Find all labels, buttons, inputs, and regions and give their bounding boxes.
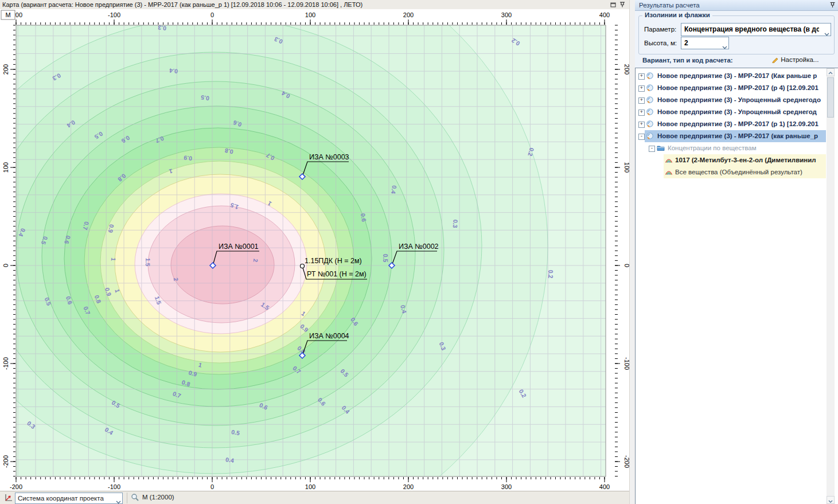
variant-icon: [646, 108, 654, 116]
contour-label: 0.6: [360, 213, 368, 222]
tree-item[interactable]: +Новое предприятие (3) - МРР-2017 (Как р…: [636, 70, 826, 82]
tree-item[interactable]: +Новое предприятие (3) - МРР-2017 (р 1) …: [636, 118, 826, 130]
pin-icon: [829, 1, 836, 9]
tree-item-label: Новое предприятие (3) - Упрощенный средн…: [657, 94, 826, 106]
pin-panel-button[interactable]: [829, 1, 836, 9]
results-panel-title: Результаты расчета: [639, 0, 700, 10]
x-axis-tick-label: 300: [501, 483, 512, 490]
variant-icon: [646, 84, 654, 92]
source-flag-label: ИЗА №0004: [309, 332, 349, 340]
results-panel-header[interactable]: Результаты расчета: [635, 0, 838, 11]
map-statusbar: Система координат проекта М (1:2000): [0, 491, 629, 504]
chevron-down-icon: [722, 41, 727, 45]
scroll-down-button[interactable]: [827, 496, 835, 504]
magnifier-icon[interactable]: [131, 493, 139, 502]
x-axis-tick-label: 400: [599, 483, 610, 490]
tree-item[interactable]: Все вещества (Объединённый результат): [636, 166, 826, 178]
receptor-marker-icon: [301, 264, 305, 268]
expand-icon[interactable]: +: [638, 97, 645, 104]
tree-item[interactable]: 1017 (2-Метилбут-3-ен-2-ол (Диметилвинил: [636, 154, 826, 166]
tree-scrollbar[interactable]: [827, 68, 835, 504]
tree-item[interactable]: -Концентрации по веществам: [636, 142, 826, 154]
variant-icon: [646, 132, 654, 140]
contour-label: 0.4: [390, 185, 398, 194]
coordinate-system-value: Система координат проекта: [18, 493, 110, 503]
pin-window-button[interactable]: [618, 1, 626, 9]
y-axis-tick-label: 100: [623, 162, 629, 173]
expand-icon[interactable]: +: [638, 110, 645, 116]
statusbar-divider: [127, 493, 127, 503]
variant-icon: [646, 96, 654, 104]
contour-label: 0.2: [547, 270, 554, 279]
y-axis-tick-label: 100: [2, 162, 9, 173]
settings-button-label: Настройка...: [781, 56, 818, 63]
tree-item[interactable]: +Новое предприятие (3) - Упрощенный сред…: [636, 94, 826, 106]
x-axis-tick-label: 200: [403, 483, 414, 490]
contour-label: 1: [110, 257, 117, 261]
tree-item-label: Все вещества (Объединённый результат): [675, 166, 826, 178]
receptor-value-label: 1.15ПДК (Н = 2м): [305, 257, 362, 265]
collapse-icon[interactable]: -: [649, 146, 655, 152]
app: Карта (вариант расчета: Новое предприяти…: [0, 0, 838, 504]
expand-icon[interactable]: +: [638, 85, 645, 92]
x-axis-tick-label: 300: [501, 11, 512, 18]
scrollbar-thumb[interactable]: [827, 77, 834, 118]
pencil-icon: [771, 56, 779, 63]
tree-item-label: Концентрации по веществам: [668, 142, 826, 154]
contour-label: 0.9: [107, 224, 115, 233]
map-window: Карта (вариант расчета: Новое предприяти…: [0, 0, 629, 504]
y-axis-tick-label: 0: [2, 264, 9, 267]
y-axis-tick-label: -100: [623, 357, 629, 370]
y-axis-tick-label: -200: [623, 455, 629, 468]
tree-item[interactable]: -Новое предприятие (3) - МРР-2017 (как р…: [636, 130, 826, 142]
parameter-label: Параметр:: [644, 26, 676, 33]
map-window-title: Карта (вариант расчета: Новое предприяти…: [2, 0, 363, 9]
expand-icon[interactable]: +: [638, 73, 645, 80]
source-flag-label: ИЗА №0003: [309, 153, 349, 161]
concentration-band-2: [171, 226, 274, 304]
height-value: 2: [684, 37, 688, 49]
variant-icon: [646, 72, 654, 80]
contour-label: 0.5: [231, 428, 240, 436]
chevron-down-icon: [824, 28, 829, 32]
tree-item[interactable]: +Новое предприятие (3) - МРР-2017 (р 4) …: [636, 82, 826, 94]
map-window-titlebar[interactable]: Карта (вариант расчета: Новое предприяти…: [0, 0, 629, 10]
map-area: 0.30.30.30.20.40.40.40.50.50.60.60.70.70…: [0, 9, 629, 491]
scroll-up-button[interactable]: [827, 68, 835, 76]
restore-window-button[interactable]: [609, 1, 617, 9]
contour-label: 0.4: [169, 67, 178, 75]
source-flag-label: ИЗА №0002: [399, 243, 439, 251]
settings-button[interactable]: Настройка...: [771, 56, 818, 65]
parameter-select[interactable]: Концентрация вредного вещества (в дол: [681, 23, 831, 36]
contour-label: 0.5: [382, 254, 389, 263]
height-select[interactable]: 2: [681, 37, 729, 49]
x-axis-tick-label: -100: [108, 11, 120, 18]
restore-icon: [609, 1, 617, 9]
tree-item-label: Новое предприятие (3) - Упрощенный средн…: [657, 106, 826, 118]
x-axis-tick-label: -100: [108, 483, 120, 490]
map-scale-label: М (1:2000): [142, 494, 174, 501]
chevron-down-icon: [116, 497, 121, 500]
isolines-icon: [665, 168, 673, 176]
expand-icon[interactable]: +: [638, 122, 645, 128]
tree-item-label: Новое предприятие (3) - МРР-2017 (как ра…: [657, 130, 826, 142]
results-tree: +Новое предприятие (3) - МРР-2017 (Как р…: [635, 68, 838, 504]
ruler-units-button[interactable]: М: [1, 10, 15, 19]
pin-icon: [618, 1, 626, 9]
height-label: Высота, м:: [644, 40, 677, 46]
variant-icon: [646, 120, 654, 128]
x-axis-tick-label: 0: [211, 483, 214, 490]
y-axis-tick-label: -200: [2, 455, 9, 468]
contour-field: 0.30.30.30.20.40.40.40.50.50.60.60.70.70…: [0, 9, 606, 491]
collapse-icon[interactable]: -: [638, 134, 645, 140]
results-panel: Результаты расчета Изолинии и флажки Пар…: [635, 0, 838, 504]
isolines-icon: [665, 156, 673, 164]
coordinate-system-select[interactable]: Система координат проекта: [15, 493, 123, 504]
svg-text:М: М: [5, 11, 10, 18]
tree-item-label: 1017 (2-Метилбут-3-ен-2-ол (Диметилвинил: [675, 154, 826, 166]
map-canvas[interactable]: 0.30.30.30.20.40.40.40.50.50.60.60.70.70…: [0, 9, 629, 491]
source-flag-label: ИЗА №0001: [219, 243, 259, 251]
x-axis-tick-label: 100: [305, 11, 315, 18]
tree-item[interactable]: +Новое предприятие (3) - Упрощенный сред…: [636, 106, 826, 118]
folder-icon: [657, 144, 665, 152]
